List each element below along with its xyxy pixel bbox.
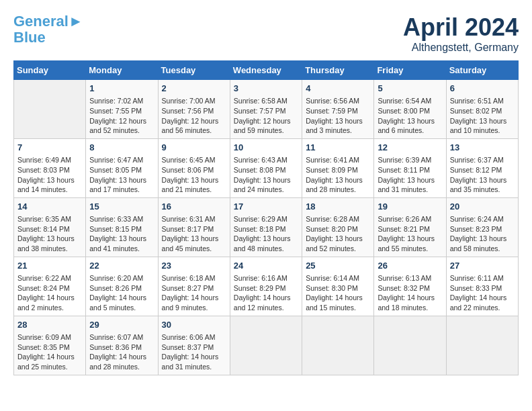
day-number: 10 xyxy=(234,142,298,154)
daylight-text: Daylight: 13 hours and 41 minutes. xyxy=(89,234,146,253)
calendar-cell: 6Sunrise: 6:51 AMSunset: 8:02 PMDaylight… xyxy=(446,80,518,139)
sunset-text: Sunset: 8:35 PM xyxy=(17,343,70,351)
day-number: 3 xyxy=(234,83,298,95)
calendar-cell: 19Sunrise: 6:26 AMSunset: 8:21 PMDayligh… xyxy=(374,197,446,257)
calendar-cell: 12Sunrise: 6:39 AMSunset: 8:11 PMDayligh… xyxy=(374,138,446,197)
day-number: 2 xyxy=(162,83,226,95)
calendar-week-row: 14Sunrise: 6:35 AMSunset: 8:14 PMDayligh… xyxy=(14,197,519,257)
day-number: 13 xyxy=(450,142,515,154)
day-number: 29 xyxy=(89,319,154,331)
calendar-cell: 25Sunrise: 6:14 AMSunset: 8:30 PMDayligh… xyxy=(302,257,374,316)
sunset-text: Sunset: 8:33 PM xyxy=(450,284,502,292)
daylight-text: Daylight: 14 hours and 15 minutes. xyxy=(306,293,363,312)
sunset-text: Sunset: 8:27 PM xyxy=(162,284,214,292)
day-number: 4 xyxy=(306,83,370,95)
calendar-cell xyxy=(446,316,518,375)
sunset-text: Sunset: 8:37 PM xyxy=(162,343,214,351)
sunset-text: Sunset: 8:36 PM xyxy=(89,343,142,351)
day-number: 27 xyxy=(450,260,515,272)
sunrise-text: Sunrise: 6:18 AM xyxy=(162,274,216,282)
column-header-monday: Monday xyxy=(86,61,158,80)
sunrise-text: Sunrise: 6:33 AM xyxy=(89,215,143,223)
sunset-text: Sunset: 8:00 PM xyxy=(378,107,430,115)
sunset-text: Sunset: 8:30 PM xyxy=(306,284,358,292)
sunset-text: Sunset: 8:17 PM xyxy=(162,225,214,233)
day-number: 14 xyxy=(17,201,82,213)
sunrise-text: Sunrise: 6:29 AM xyxy=(234,215,287,223)
daylight-text: Daylight: 13 hours and 55 minutes. xyxy=(378,234,435,253)
location-title: Althengstett, Germany xyxy=(403,42,519,54)
sunrise-text: Sunrise: 6:54 AM xyxy=(378,97,431,105)
calendar-cell: 5Sunrise: 6:54 AMSunset: 8:00 PMDaylight… xyxy=(374,80,446,139)
calendar-cell: 18Sunrise: 6:28 AMSunset: 8:20 PMDayligh… xyxy=(302,197,374,257)
sunrise-text: Sunrise: 6:28 AM xyxy=(306,215,359,223)
sunrise-text: Sunrise: 6:22 AM xyxy=(17,274,71,282)
daylight-text: Daylight: 13 hours and 24 minutes. xyxy=(234,176,291,194)
sunrise-text: Sunrise: 6:41 AM xyxy=(306,156,359,164)
sunset-text: Sunset: 8:24 PM xyxy=(17,284,70,292)
sunset-text: Sunset: 8:21 PM xyxy=(378,225,430,233)
calendar-cell: 8Sunrise: 6:47 AMSunset: 8:05 PMDaylight… xyxy=(86,138,158,197)
calendar-cell: 23Sunrise: 6:18 AMSunset: 8:27 PMDayligh… xyxy=(158,257,230,316)
daylight-text: Daylight: 13 hours and 17 minutes. xyxy=(89,176,146,194)
sunrise-text: Sunrise: 6:47 AM xyxy=(89,156,143,164)
sunrise-text: Sunrise: 6:14 AM xyxy=(306,274,359,282)
logo-general: General xyxy=(13,13,69,30)
sunset-text: Sunset: 7:55 PM xyxy=(89,107,142,115)
calendar-cell: 20Sunrise: 6:24 AMSunset: 8:23 PMDayligh… xyxy=(446,197,518,257)
daylight-text: Daylight: 14 hours and 5 minutes. xyxy=(89,293,146,312)
sunrise-text: Sunrise: 6:06 AM xyxy=(162,333,216,341)
day-number: 8 xyxy=(89,142,154,154)
sunrise-text: Sunrise: 7:00 AM xyxy=(162,97,216,105)
calendar-week-row: 21Sunrise: 6:22 AMSunset: 8:24 PMDayligh… xyxy=(14,257,519,316)
logo-blue-text: Blue xyxy=(13,29,46,46)
daylight-text: Daylight: 13 hours and 38 minutes. xyxy=(17,234,75,253)
sunrise-text: Sunrise: 6:11 AM xyxy=(450,274,504,282)
daylight-text: Daylight: 13 hours and 3 minutes. xyxy=(306,117,363,135)
daylight-text: Daylight: 12 hours and 56 minutes. xyxy=(162,117,219,135)
sunrise-text: Sunrise: 6:24 AM xyxy=(450,215,504,223)
sunrise-text: Sunrise: 6:09 AM xyxy=(17,333,71,341)
day-number: 9 xyxy=(162,142,226,154)
calendar-cell: 7Sunrise: 6:49 AMSunset: 8:03 PMDaylight… xyxy=(14,138,86,197)
calendar-cell: 24Sunrise: 6:16 AMSunset: 8:29 PMDayligh… xyxy=(230,257,302,316)
sunrise-text: Sunrise: 6:45 AM xyxy=(162,156,216,164)
sunset-text: Sunset: 8:12 PM xyxy=(450,166,502,174)
day-number: 19 xyxy=(378,201,442,213)
day-number: 23 xyxy=(162,260,226,272)
day-number: 26 xyxy=(378,260,442,272)
daylight-text: Daylight: 13 hours and 28 minutes. xyxy=(306,176,363,194)
sunrise-text: Sunrise: 6:16 AM xyxy=(234,274,287,282)
calendar-cell: 11Sunrise: 6:41 AMSunset: 8:09 PMDayligh… xyxy=(302,138,374,197)
calendar-week-row: 1Sunrise: 7:02 AMSunset: 7:55 PMDaylight… xyxy=(14,80,519,139)
day-number: 20 xyxy=(450,201,515,213)
day-number: 18 xyxy=(306,201,370,213)
month-title: April 2024 xyxy=(403,13,519,42)
calendar-cell: 26Sunrise: 6:13 AMSunset: 8:32 PMDayligh… xyxy=(374,257,446,316)
sunrise-text: Sunrise: 6:56 AM xyxy=(306,97,359,105)
calendar-table: SundayMondayTuesdayWednesdayThursdayFrid… xyxy=(13,60,519,375)
page-header: General►Blue April 2024 Althengstett, Ge… xyxy=(13,13,519,54)
calendar-cell: 9Sunrise: 6:45 AMSunset: 8:06 PMDaylight… xyxy=(158,138,230,197)
sunset-text: Sunset: 8:18 PM xyxy=(234,225,286,233)
calendar-cell xyxy=(374,316,446,375)
sunrise-text: Sunrise: 6:37 AM xyxy=(450,156,504,164)
sunset-text: Sunset: 8:02 PM xyxy=(450,107,502,115)
sunrise-text: Sunrise: 6:39 AM xyxy=(378,156,431,164)
calendar-cell: 1Sunrise: 7:02 AMSunset: 7:55 PMDaylight… xyxy=(86,80,158,139)
calendar-cell: 15Sunrise: 6:33 AMSunset: 8:15 PMDayligh… xyxy=(86,197,158,257)
sunrise-text: Sunrise: 6:58 AM xyxy=(234,97,287,105)
sunrise-text: Sunrise: 6:13 AM xyxy=(378,274,431,282)
calendar-cell: 22Sunrise: 6:20 AMSunset: 8:26 PMDayligh… xyxy=(86,257,158,316)
daylight-text: Daylight: 12 hours and 59 minutes. xyxy=(234,117,291,135)
sunrise-text: Sunrise: 6:20 AM xyxy=(89,274,143,282)
day-number: 30 xyxy=(162,319,226,331)
daylight-text: Daylight: 14 hours and 2 minutes. xyxy=(17,293,75,312)
sunrise-text: Sunrise: 6:43 AM xyxy=(234,156,287,164)
daylight-text: Daylight: 13 hours and 45 minutes. xyxy=(162,234,219,253)
calendar-cell: 27Sunrise: 6:11 AMSunset: 8:33 PMDayligh… xyxy=(446,257,518,316)
calendar-cell: 14Sunrise: 6:35 AMSunset: 8:14 PMDayligh… xyxy=(14,197,86,257)
calendar-cell: 17Sunrise: 6:29 AMSunset: 8:18 PMDayligh… xyxy=(230,197,302,257)
day-number: 15 xyxy=(89,201,154,213)
column-header-sunday: Sunday xyxy=(14,61,86,80)
